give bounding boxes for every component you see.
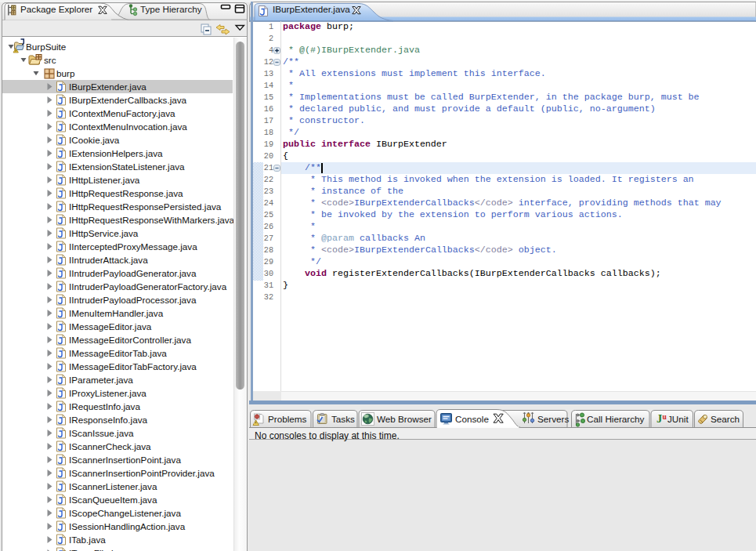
svg-text:u: u [663, 413, 667, 421]
svg-text:J: J [657, 412, 662, 425]
